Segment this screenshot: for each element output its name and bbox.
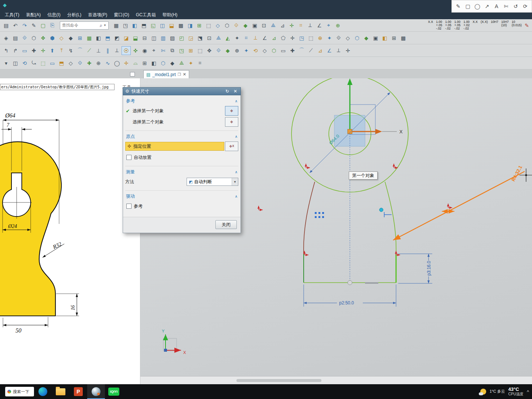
toolbar-icon[interactable]: ✦ [232, 34, 242, 42]
toolbar-icon[interactable]: ⊟ [140, 34, 149, 42]
tolerance-cell[interactable]: X.X [428, 20, 433, 24]
menu-item[interactable]: 帮助(H) [159, 10, 181, 20]
section-origin[interactable]: 原点 ∧ [123, 132, 241, 141]
toolbar-icon[interactable]: ⬡ [269, 46, 279, 55]
toolbar-icon[interactable]: ⬚ [195, 46, 205, 55]
toolbar-icon[interactable]: ▣ [250, 21, 259, 30]
tolerance-cell[interactable]: 1.00 +.02 -.02 [464, 20, 470, 30]
toolbar-icon[interactable]: ⦿ [122, 46, 131, 55]
tolerance-cell[interactable]: 10 (0.015) [512, 20, 522, 27]
toolbar-icon[interactable]: ⬒ [57, 59, 66, 68]
toolbar-icon[interactable]: ⟁ [177, 59, 186, 68]
toolbar-icon[interactable]: ⬒ [139, 21, 149, 30]
toolbar-icon[interactable]: ✛ [288, 34, 297, 42]
toolbar-icon[interactable]: ⌖ [149, 46, 158, 55]
menu-item[interactable]: GC工具箱 [133, 10, 159, 20]
toolbar-icon[interactable]: ⌗ [296, 21, 306, 30]
taskbar-search[interactable]: 搜索一下 [5, 387, 34, 396]
toolbar-icon[interactable]: ⬚ [38, 59, 48, 68]
snap-point[interactable] [379, 208, 383, 212]
toolbar-icon[interactable]: ⊞ [75, 34, 85, 42]
toolbar-icon[interactable]: ⌗ [242, 34, 251, 42]
cpu-temp-widget[interactable]: 43°C CPU温度 [508, 387, 524, 396]
menu-item[interactable]: 信息(I) [44, 10, 64, 20]
toolbar-icon[interactable]: ⌖ [324, 21, 333, 30]
toolbar-icon[interactable]: ✦ [242, 46, 251, 55]
toolbar-icon[interactable]: ▾ [1, 59, 11, 68]
taskbar-app-explorer[interactable] [52, 384, 69, 399]
toolbar-icon[interactable]: ◈ [1, 34, 11, 42]
annotation-tool-icon[interactable]: ↗ [483, 2, 491, 10]
toolbar-icon[interactable]: ↶ [11, 21, 20, 30]
dim-text-p3[interactable]: p3:16.0 [426, 261, 432, 276]
toolbar-icon[interactable]: ✛ [122, 59, 131, 68]
toolbar-icon[interactable]: ◳ [297, 34, 306, 42]
toolbar-icon[interactable]: ◫ [158, 21, 167, 30]
toolbar-icon[interactable]: ⟐ [334, 34, 343, 42]
toolbar-icon[interactable]: ∠ [260, 34, 269, 42]
toolbar-icon[interactable]: ✛ [343, 46, 352, 55]
taskbar-app-edge[interactable] [34, 384, 52, 399]
tolerance-cell[interactable]: 1.00 +.05 -.02 [436, 20, 442, 30]
annotation-tool-icon[interactable]: ▢ [464, 2, 472, 10]
wcs-triad[interactable]: Y X [162, 329, 186, 355]
tolerance-cell[interactable]: 10H7 (10) [501, 20, 509, 27]
toolbar-icon[interactable]: ◯ [112, 59, 122, 68]
sketch-arc-right[interactable] [385, 182, 396, 254]
toolbar-icon[interactable]: ⬢ [48, 34, 57, 42]
toolbar-icon[interactable]: ⬠ [279, 34, 288, 42]
toolbar-icon[interactable]: ⬡ [158, 59, 168, 68]
toolbar-icon[interactable]: ✥ [38, 34, 48, 42]
tolerance-cell[interactable]: 1.00 +.05 -.02 [454, 20, 461, 30]
toolbar-icon[interactable]: ◇ [57, 34, 66, 42]
toolbar-icon[interactable]: ⊕ [316, 34, 325, 42]
toolbar-icon[interactable]: ⬚ [204, 21, 213, 30]
toolbar-icon[interactable]: ✛ [287, 21, 296, 30]
toolbar-icon[interactable]: ⟂ [334, 46, 343, 55]
toolbar-icon[interactable]: ✎ [29, 21, 38, 30]
tolerance-cell[interactable]: 10H7 [491, 20, 498, 24]
toolbar-icon[interactable]: ◨ [185, 21, 195, 30]
toolbar-icon[interactable]: ▩ [176, 21, 185, 30]
annotation-tool-icon[interactable]: ⟳ [521, 2, 529, 10]
annotation-tool-icon[interactable]: ↺ [512, 2, 519, 10]
toolbar-icon[interactable]: ⊡ [259, 21, 269, 30]
toolbar-icon[interactable]: ▤ [1, 21, 11, 30]
menu-item[interactable]: 分析(L) [64, 10, 85, 20]
toolbar-icon[interactable]: ✛ [38, 46, 48, 55]
radius-dim-preview[interactable] [393, 171, 525, 240]
toolbar-icon[interactable]: ⬓ [131, 34, 140, 42]
toolbar-icon[interactable]: ◧ [130, 21, 139, 30]
toolbar-icon[interactable]: ⬚ [306, 34, 316, 42]
toolbar-icon[interactable]: ◭ [223, 34, 232, 42]
toolbar-icon[interactable]: ⊿ [269, 34, 279, 42]
taskbar-app-iqiyi[interactable]: iQIYI [105, 384, 123, 399]
toolbar-icon[interactable]: ⬓ [167, 21, 176, 30]
toolbar-icon[interactable]: ⊕ [232, 46, 242, 55]
toolbar-icon[interactable]: ⟋ [85, 46, 94, 55]
toolbar-icon[interactable]: ▭ [48, 59, 57, 68]
toolbar-icon[interactable]: ✄ [158, 46, 168, 55]
tray-expand-icon[interactable]: ^ [527, 389, 529, 395]
midpoint-marker[interactable] [348, 280, 352, 285]
toolbar-icon[interactable]: ⎘ [48, 21, 57, 30]
toolbar-icon[interactable]: ◇ [66, 59, 75, 68]
toolbar-icon[interactable]: ◧ [380, 34, 389, 42]
toolbar-icon[interactable]: ⟲ [251, 46, 260, 55]
toolbar-icon[interactable]: ∿ [103, 59, 112, 68]
toolbar-icon[interactable]: ▭ [20, 46, 29, 55]
section-measure[interactable]: 测量 ∧ [123, 167, 241, 176]
sketch-arc-left[interactable] [304, 182, 315, 254]
toolbar-icon[interactable]: ⟲ [20, 59, 29, 68]
toolbar-icon[interactable]: ⬡ [29, 34, 38, 42]
toolbar-icon[interactable]: ⤒ [57, 46, 66, 55]
annotation-tool-icon[interactable]: A [493, 2, 501, 10]
toolbar-icon[interactable]: ⌒ [75, 46, 85, 55]
toolbar-icon[interactable]: ⊿ [316, 46, 325, 55]
toolbar-icon[interactable]: ◩ [112, 34, 122, 42]
toolbar-icon[interactable]: ⟂ [251, 34, 260, 42]
toolbar-icon[interactable]: ◆ [241, 21, 250, 30]
tolerance-cell[interactable]: 1.00 +.05 -.02 [445, 20, 451, 30]
toolbar-icon[interactable]: ↱ [11, 46, 20, 55]
toolbar-icon[interactable]: ∠ [325, 46, 334, 55]
